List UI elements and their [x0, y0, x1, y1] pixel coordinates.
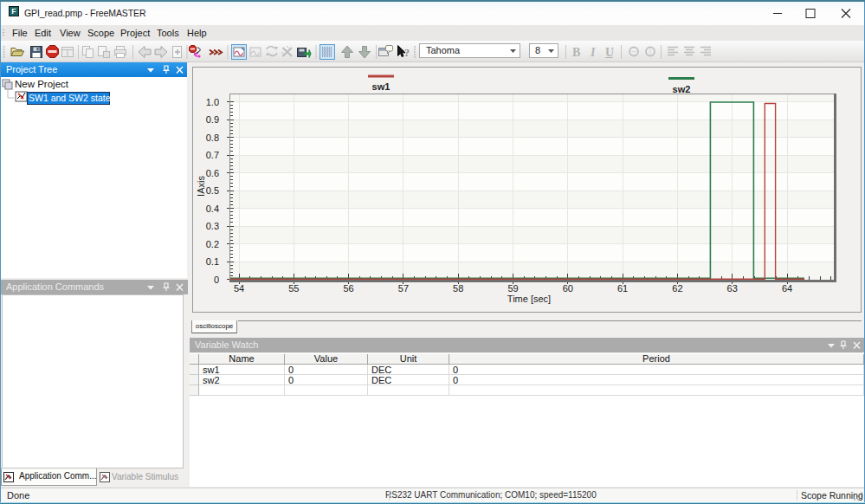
svg-text:0.2: 0.2 — [206, 239, 219, 249]
svg-text:?: ? — [404, 47, 410, 59]
svg-text:0.6: 0.6 — [206, 168, 219, 178]
svg-text:58: 58 — [453, 283, 463, 294]
svg-text:sw2: sw2 — [673, 84, 691, 94]
svg-text:60: 60 — [563, 283, 573, 294]
svg-text:0.7: 0.7 — [206, 150, 219, 160]
svg-text:54: 54 — [234, 283, 244, 294]
svg-text:1.0: 1.0 — [206, 97, 219, 107]
svg-text:62: 62 — [672, 283, 682, 294]
svg-text:55: 55 — [288, 283, 299, 294]
svg-text:Time [sec]: Time [sec] — [507, 294, 551, 304]
svg-text:63: 63 — [727, 283, 738, 294]
svg-text:0.8: 0.8 — [206, 132, 219, 143]
svg-text:0.4: 0.4 — [206, 204, 219, 214]
svg-text:0: 0 — [214, 275, 219, 285]
svg-text:B: B — [572, 46, 580, 59]
svg-text:U: U — [605, 46, 614, 59]
svg-text:0.1: 0.1 — [206, 256, 219, 267]
svg-text:IAxis: IAxis — [196, 176, 206, 197]
svg-text:sw1: sw1 — [372, 81, 391, 92]
svg-text:59: 59 — [507, 283, 518, 294]
svg-text:56: 56 — [343, 283, 353, 294]
svg-text:61: 61 — [617, 283, 628, 294]
svg-text:0.9: 0.9 — [206, 114, 219, 125]
svg-text:I: I — [590, 46, 596, 59]
svg-text:64: 64 — [782, 283, 792, 294]
svg-text:57: 57 — [398, 283, 409, 294]
svg-text:0.5: 0.5 — [206, 185, 219, 196]
svg-text:0.3: 0.3 — [206, 221, 219, 231]
